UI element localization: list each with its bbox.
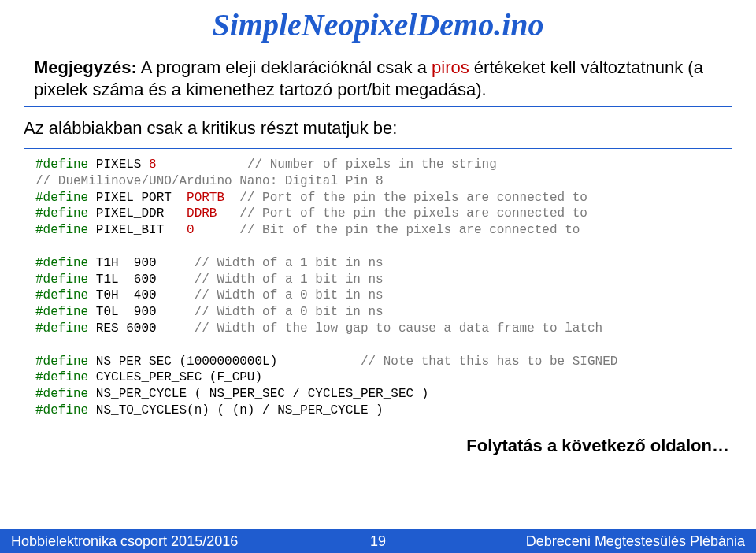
code-val: 900 [134, 256, 157, 270]
code-val: DDRB [187, 206, 217, 221]
code-comment: // Width of a 1 bit in ns [195, 273, 384, 287]
code-id: T0L [96, 305, 119, 319]
code-id: CYCLES_PER_SEC (F_CPU) [96, 370, 262, 384]
code-val: 6000 [126, 321, 156, 336]
code-comment: // Width of the low gap to cause a data … [195, 321, 602, 336]
code-id: PIXEL_BIT [96, 223, 164, 237]
code-keyword: #define [35, 191, 88, 205]
continuation-text: Folytatás a következő oldalon… [24, 436, 732, 456]
code-val: 8 [149, 158, 157, 172]
code-comment: // Note that this has to be SIGNED [361, 354, 617, 369]
code-id: NS_TO_CYCLES(n) ( (n) / NS_PER_CYCLE ) [96, 403, 384, 418]
note-text-red: piros [432, 58, 469, 77]
code-id: PIXEL_PORT [96, 191, 172, 205]
code-keyword: #define [35, 354, 88, 369]
code-comment: // Width of a 0 bit in ns [195, 288, 384, 302]
code-val: 0 [187, 223, 195, 237]
code-comment: // Bit of the pin the pixels are connect… [239, 223, 580, 237]
code-keyword: #define [35, 305, 88, 319]
code-keyword: #define [35, 223, 88, 237]
code-box: #define PIXELS 8 // Number of pixels in … [24, 148, 732, 429]
code-comment: // Port of the pin the pixels are connec… [239, 191, 587, 205]
code-keyword: #define [35, 206, 88, 221]
code-id: T1L [96, 273, 119, 287]
footer-left: Hobbielektronika csoport 2015/2016 [11, 533, 238, 550]
code-keyword: #define [35, 158, 88, 172]
footer: Hobbielektronika csoport 2015/2016 19 De… [0, 529, 756, 553]
code-id: NS_PER_SEC (1000000000L) [96, 354, 277, 369]
code-id: PIXELS [96, 158, 142, 172]
code-comment: // Port of the pin the pixels are connec… [239, 206, 587, 221]
code-val: 600 [134, 273, 157, 287]
code-keyword: #define [35, 288, 88, 302]
code-id: T1H [96, 256, 119, 270]
code-keyword: #define [35, 403, 88, 418]
code-keyword: #define [35, 387, 88, 401]
code-keyword: #define [35, 273, 88, 287]
code-comment: // Width of a 0 bit in ns [195, 305, 384, 319]
code-keyword: #define [35, 256, 88, 270]
code-val: 900 [134, 305, 157, 319]
lead-text: Az alábbiakban csak a kritikus részt mut… [24, 118, 732, 139]
code-keyword: #define [35, 370, 88, 384]
code-val: 400 [134, 288, 157, 302]
code-id: RES [96, 321, 119, 336]
note-text-pre: A program eleji deklarációknál csak a [141, 58, 432, 77]
footer-page-number: 19 [370, 533, 386, 550]
page-title: SimpleNeopixelDemo.ino [24, 6, 732, 43]
code-keyword: #define [35, 321, 88, 336]
code-id: PIXEL_DDR [96, 206, 164, 221]
code-id: T0H [96, 288, 119, 302]
code-id: NS_PER_CYCLE ( NS_PER_SEC / CYCLES_PER_S… [96, 387, 428, 401]
footer-right: Debreceni Megtestesülés Plébánia [526, 533, 745, 550]
code-val: PORTB [187, 191, 224, 205]
code-comment: // DueMilinove/UNO/Arduino Nano: Digital… [35, 174, 384, 188]
code-comment: // Width of a 1 bit in ns [195, 256, 384, 270]
note-box: Megjegyzés: A program eleji deklarációkn… [24, 50, 732, 107]
note-label: Megjegyzés: [34, 58, 137, 77]
code-comment: // Number of pixels in the string [247, 158, 497, 172]
